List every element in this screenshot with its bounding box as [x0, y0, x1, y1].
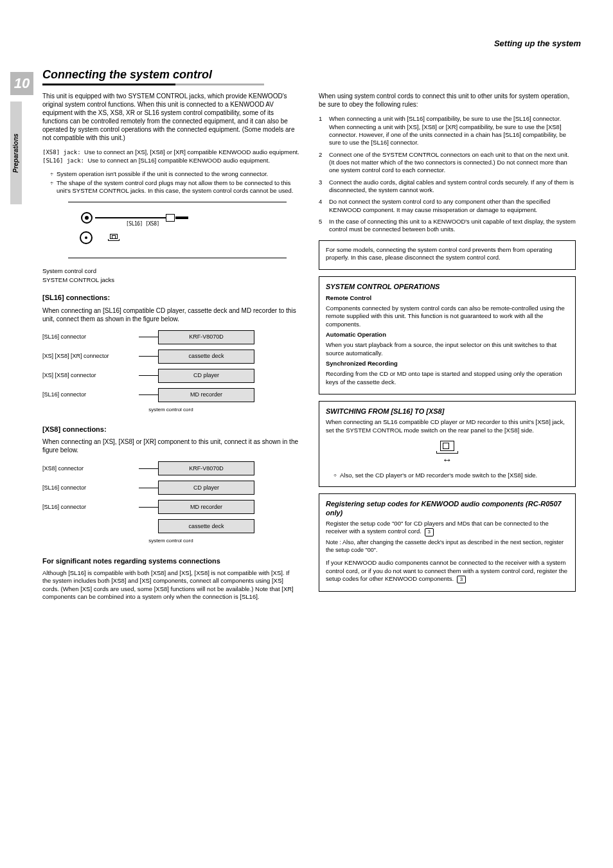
- jack-xs8-label-row: [XS8] jack: Use to connect an [XS], [XS8…: [42, 148, 299, 157]
- sysop-sync-text: Recording from the CD or MD onto tape is…: [326, 370, 569, 386]
- sl16-diagram: [SL16] connector KRF-V8070D [XS] [XS8] […: [42, 330, 299, 413]
- sl16-r2-label: [XS] [XS8] [XR] connector: [42, 353, 139, 360]
- reg-title: Registering setup codes for KENWOOD audi…: [326, 499, 569, 518]
- system-control-ops-box: SYSTEM CONTROL OPERATIONS Remote Control…: [319, 276, 576, 394]
- sl16-r1-box: KRF-V8070D: [158, 330, 254, 344]
- left-column: This unit is equipped with two SYSTEM CO…: [42, 92, 299, 601]
- jack-knob-1-icon: [81, 212, 93, 224]
- sl16-r4-label: [SL16] connector: [42, 391, 139, 399]
- switch-title: SWITCHING FROM [SL16] TO [XS8]: [326, 407, 569, 416]
- plug-icon: [166, 214, 175, 222]
- sl16-r2-box: cassette deck: [158, 350, 254, 364]
- xs8-tiny-label: system control cord: [42, 538, 299, 544]
- sig-notes-heading: For significant notes regarding systems …: [42, 556, 299, 565]
- rules-list: 1When connecting a unit with [SL16] comp…: [319, 115, 576, 233]
- switch-text-2: Also, set the CD player's or MD recorder…: [333, 472, 569, 479]
- sysop-remote-h: Remote Control: [326, 294, 371, 301]
- sl16-heading: [SL16] connections:: [42, 293, 299, 302]
- sysop-remote-text: Components connected by system control c…: [326, 305, 569, 328]
- jack-knob-2-icon: [80, 231, 93, 244]
- registering-codes-box: Registering setup codes for KENWOOD audi…: [319, 493, 576, 592]
- sl16-r3-label: [XS] [XS8] connector: [42, 372, 139, 380]
- reg-p1: Register the setup code "00" for CD play…: [326, 520, 569, 536]
- jack-bullet-2: The shape of the system control cord plu…: [50, 179, 299, 195]
- switching-box: SWITCHING FROM [SL16] TO [XS8] When conn…: [319, 401, 576, 486]
- sysop-title: SYSTEM CONTROL OPERATIONS: [326, 282, 569, 291]
- title-underline: [42, 84, 264, 85]
- sl16-r1-label: [SL16] connector: [42, 333, 139, 341]
- rule-1: 1When connecting a unit with [SL16] comp…: [319, 115, 576, 146]
- sig-notes-text: Although [SL16] is compatible with both …: [42, 569, 299, 601]
- page-title: Connecting the system control: [42, 67, 581, 82]
- xs8-r2-box: CD player: [158, 481, 254, 495]
- right-column: When using system control cords to conne…: [319, 92, 576, 601]
- xs8-heading: [XS8] connections:: [42, 425, 299, 434]
- jack-bullet-1: System operation isn't possible if the u…: [50, 170, 299, 178]
- jack-xs8-label: [XS8] jack:: [42, 149, 84, 155]
- jack-diagram: [SL16] [XS8]: [42, 202, 299, 258]
- short-note-text: For some models, connecting the system c…: [326, 246, 569, 262]
- page-ref-icon-2: 3: [457, 576, 466, 583]
- switch-figure: ↔: [434, 441, 460, 465]
- fig-caption-cord: System control cord: [42, 267, 299, 275]
- switch-text-1: When connecting an SL16 compatible CD pl…: [326, 418, 569, 434]
- page-ref-icon: 3: [425, 528, 434, 536]
- xs8-intro: When connecting an [XS], [XS8] or [XR] c…: [42, 438, 299, 454]
- jack-xs8-text: Use to connect an [XS], [XS8] or [XR] co…: [84, 148, 299, 155]
- rule-2: 2Connect one of the SYSTEM CONTROL conne…: [319, 151, 576, 175]
- jack-notes-list: System operation isn't possible if the u…: [50, 170, 299, 195]
- sysop-auto-text: When you start playback from a source, t…: [326, 341, 569, 357]
- sysop-sync-h: Synchronized Recording: [326, 360, 398, 367]
- short-note-box: For some models, connecting the system c…: [319, 240, 576, 270]
- sysop-auto-h: Automatic Operation: [326, 331, 386, 338]
- jack-sl16-text: Use to connect an [SL16] compatible KENW…: [87, 157, 270, 164]
- sl16-intro: When connecting an [SL16] compatible CD …: [42, 306, 299, 323]
- reg-p2: If your KENWOOD audio components cannot …: [326, 559, 569, 583]
- intro-text: This unit is equipped with two SYSTEM CO…: [42, 92, 299, 142]
- xs8-r3-box: MD recorder: [158, 500, 254, 514]
- sl16-r4-box: MD recorder: [158, 388, 254, 402]
- sidebar-tab-preparations: Preparations: [10, 102, 22, 204]
- reg-note: Note : Also, after changing the cassette…: [326, 539, 569, 554]
- jack-sl16-label-row: [SL16] jack: Use to connect an [SL16] co…: [42, 157, 299, 165]
- jack-sl16-label: [SL16] jack:: [42, 157, 87, 164]
- xs8-diagram: [XS8] connector KRF-V8070D [SL16] connec…: [42, 461, 299, 544]
- xs8-r1-label: [XS8] connector: [42, 465, 139, 473]
- fig-caption-jacks: SYSTEM CONTROL jacks: [42, 276, 299, 284]
- xs8-r1-box: KRF-V8070D: [158, 461, 254, 475]
- rule-4: 4Do not connect the system control cord …: [319, 198, 576, 214]
- switch-body-icon: [440, 441, 454, 451]
- arrow-icon: ↔: [434, 455, 460, 465]
- cable-icon: [95, 217, 166, 218]
- xs8-r2-label: [SL16] connector: [42, 484, 139, 492]
- switch-icon: [108, 234, 120, 243]
- sl16-tiny-label: system control cord: [42, 407, 299, 413]
- xs8-r3-label: [SL16] connector: [42, 504, 139, 511]
- jack-labels: [SL16] [XS8]: [126, 221, 159, 227]
- xs8-r4-box: cassette deck: [158, 519, 254, 533]
- sl16-r3-box: CD player: [158, 369, 254, 383]
- page-number: 10: [10, 72, 33, 95]
- rules-intro: When using system control cords to conne…: [319, 92, 576, 109]
- header-section: Setting up the system: [6, 39, 581, 49]
- rule-3: 3Connect the audio cords, digital cables…: [319, 179, 576, 195]
- rule-5: 5In the case of connecting this unit to …: [319, 218, 576, 234]
